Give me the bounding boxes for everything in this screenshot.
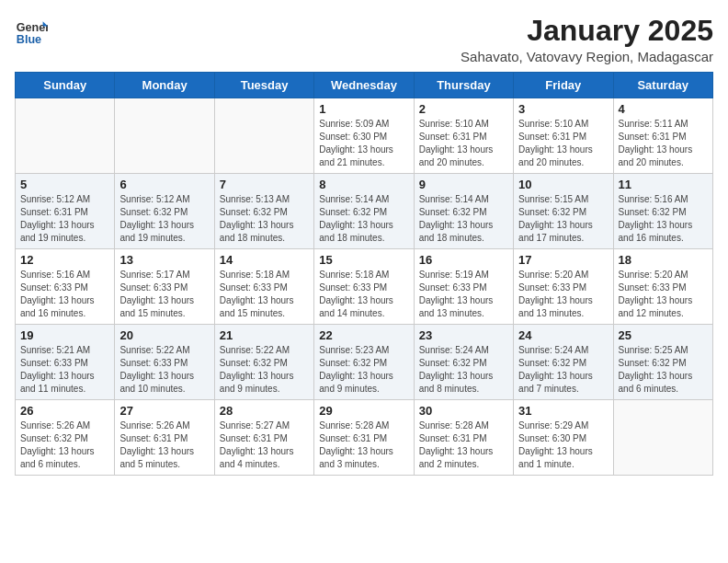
calendar-week-row: 12Sunrise: 5:16 AM Sunset: 6:33 PM Dayli… xyxy=(16,249,713,325)
day-number: 29 xyxy=(319,404,408,418)
calendar-cell: 10Sunrise: 5:15 AM Sunset: 6:32 PM Dayli… xyxy=(514,174,613,249)
day-number: 14 xyxy=(220,253,309,267)
day-info: Sunrise: 5:27 AM Sunset: 6:31 PM Dayligh… xyxy=(220,419,309,471)
day-number: 28 xyxy=(220,404,309,418)
day-number: 13 xyxy=(119,253,209,267)
day-number: 8 xyxy=(319,178,408,191)
calendar-cell: 2Sunrise: 5:10 AM Sunset: 6:31 PM Daylig… xyxy=(414,98,513,174)
calendar-cell: 7Sunrise: 5:13 AM Sunset: 6:32 PM Daylig… xyxy=(214,174,313,249)
weekday-header-saturday: Saturday xyxy=(613,73,712,98)
day-number: 25 xyxy=(619,328,708,342)
day-info: Sunrise: 5:11 AM Sunset: 6:31 PM Dayligh… xyxy=(619,118,708,169)
logo: General Blue xyxy=(15,15,48,48)
day-number: 18 xyxy=(619,253,708,267)
calendar-cell: 4Sunrise: 5:11 AM Sunset: 6:31 PM Daylig… xyxy=(613,98,712,174)
day-number: 17 xyxy=(518,253,608,267)
day-info: Sunrise: 5:12 AM Sunset: 6:31 PM Dayligh… xyxy=(20,193,109,245)
day-number: 31 xyxy=(518,404,608,418)
day-number: 20 xyxy=(119,328,209,342)
day-info: Sunrise: 5:17 AM Sunset: 6:33 PM Dayligh… xyxy=(119,269,209,320)
day-number: 24 xyxy=(518,328,608,342)
logo-icon: General Blue xyxy=(15,15,48,48)
calendar-cell: 20Sunrise: 5:22 AM Sunset: 6:33 PM Dayli… xyxy=(115,325,214,400)
day-info: Sunrise: 5:14 AM Sunset: 6:32 PM Dayligh… xyxy=(319,193,408,245)
day-info: Sunrise: 5:12 AM Sunset: 6:32 PM Dayligh… xyxy=(119,193,209,245)
day-info: Sunrise: 5:22 AM Sunset: 6:32 PM Dayligh… xyxy=(220,344,309,396)
day-info: Sunrise: 5:21 AM Sunset: 6:33 PM Dayligh… xyxy=(20,344,109,396)
calendar-cell: 30Sunrise: 5:28 AM Sunset: 6:31 PM Dayli… xyxy=(414,400,513,476)
calendar-cell: 16Sunrise: 5:19 AM Sunset: 6:33 PM Dayli… xyxy=(414,249,513,325)
calendar-cell: 22Sunrise: 5:23 AM Sunset: 6:32 PM Dayli… xyxy=(314,325,414,400)
calendar-cell: 24Sunrise: 5:24 AM Sunset: 6:32 PM Dayli… xyxy=(514,325,613,400)
calendar-cell: 25Sunrise: 5:25 AM Sunset: 6:32 PM Dayli… xyxy=(613,325,712,400)
day-number: 10 xyxy=(518,178,608,191)
location-subtitle: Sahavato, Vatovavy Region, Madagascar xyxy=(461,49,713,64)
weekday-header-sunday: Sunday xyxy=(16,73,115,98)
calendar-cell: 28Sunrise: 5:27 AM Sunset: 6:31 PM Dayli… xyxy=(214,400,313,476)
day-info: Sunrise: 5:24 AM Sunset: 6:32 PM Dayligh… xyxy=(518,344,608,396)
day-number: 19 xyxy=(20,328,109,342)
day-number: 23 xyxy=(419,328,508,342)
calendar-cell: 26Sunrise: 5:26 AM Sunset: 6:32 PM Dayli… xyxy=(16,400,115,476)
calendar-cell: 8Sunrise: 5:14 AM Sunset: 6:32 PM Daylig… xyxy=(314,174,414,249)
calendar-cell: 19Sunrise: 5:21 AM Sunset: 6:33 PM Dayli… xyxy=(16,325,115,400)
day-info: Sunrise: 5:28 AM Sunset: 6:31 PM Dayligh… xyxy=(319,419,408,471)
calendar-cell: 29Sunrise: 5:28 AM Sunset: 6:31 PM Dayli… xyxy=(314,400,414,476)
day-number: 2 xyxy=(419,102,508,116)
day-info: Sunrise: 5:20 AM Sunset: 6:33 PM Dayligh… xyxy=(518,269,608,320)
day-info: Sunrise: 5:25 AM Sunset: 6:32 PM Dayligh… xyxy=(619,344,708,396)
calendar-cell: 1Sunrise: 5:09 AM Sunset: 6:30 PM Daylig… xyxy=(314,98,414,174)
day-number: 30 xyxy=(419,404,508,418)
calendar-cell: 23Sunrise: 5:24 AM Sunset: 6:32 PM Dayli… xyxy=(414,325,513,400)
day-number: 21 xyxy=(220,328,309,342)
day-number: 3 xyxy=(518,102,608,116)
day-number: 7 xyxy=(220,178,309,191)
weekday-header-row: SundayMondayTuesdayWednesdayThursdayFrid… xyxy=(16,73,713,98)
calendar-cell: 13Sunrise: 5:17 AM Sunset: 6:33 PM Dayli… xyxy=(115,249,214,325)
day-number: 6 xyxy=(119,178,209,191)
day-info: Sunrise: 5:18 AM Sunset: 6:33 PM Dayligh… xyxy=(319,269,408,320)
calendar-week-row: 5Sunrise: 5:12 AM Sunset: 6:31 PM Daylig… xyxy=(16,174,713,249)
day-info: Sunrise: 5:16 AM Sunset: 6:33 PM Dayligh… xyxy=(20,269,109,320)
calendar-cell: 11Sunrise: 5:16 AM Sunset: 6:32 PM Dayli… xyxy=(613,174,712,249)
calendar-week-row: 19Sunrise: 5:21 AM Sunset: 6:33 PM Dayli… xyxy=(16,325,713,400)
day-number: 5 xyxy=(20,178,109,191)
day-info: Sunrise: 5:23 AM Sunset: 6:32 PM Dayligh… xyxy=(319,344,408,396)
calendar-cell: 18Sunrise: 5:20 AM Sunset: 6:33 PM Dayli… xyxy=(613,249,712,325)
title-block: January 2025 Sahavato, Vatovavy Region, … xyxy=(461,15,713,64)
weekday-header-monday: Monday xyxy=(115,73,214,98)
day-info: Sunrise: 5:19 AM Sunset: 6:33 PM Dayligh… xyxy=(419,269,508,320)
calendar-cell: 9Sunrise: 5:14 AM Sunset: 6:32 PM Daylig… xyxy=(414,174,513,249)
svg-text:Blue: Blue xyxy=(17,33,41,46)
day-number: 27 xyxy=(119,404,209,418)
calendar-table: SundayMondayTuesdayWednesdayThursdayFrid… xyxy=(15,72,713,476)
day-info: Sunrise: 5:26 AM Sunset: 6:31 PM Dayligh… xyxy=(119,419,209,471)
day-info: Sunrise: 5:10 AM Sunset: 6:31 PM Dayligh… xyxy=(419,118,508,169)
day-number: 11 xyxy=(619,178,708,191)
day-info: Sunrise: 5:15 AM Sunset: 6:32 PM Dayligh… xyxy=(518,193,608,245)
day-number: 16 xyxy=(419,253,508,267)
weekday-header-friday: Friday xyxy=(514,73,613,98)
day-number: 26 xyxy=(20,404,109,418)
day-info: Sunrise: 5:18 AM Sunset: 6:33 PM Dayligh… xyxy=(220,269,309,320)
day-number: 4 xyxy=(619,102,708,116)
weekday-header-thursday: Thursday xyxy=(414,73,513,98)
calendar-cell: 27Sunrise: 5:26 AM Sunset: 6:31 PM Dayli… xyxy=(115,400,214,476)
day-info: Sunrise: 5:14 AM Sunset: 6:32 PM Dayligh… xyxy=(419,193,508,245)
day-number: 22 xyxy=(319,328,408,342)
day-info: Sunrise: 5:24 AM Sunset: 6:32 PM Dayligh… xyxy=(419,344,508,396)
day-info: Sunrise: 5:26 AM Sunset: 6:32 PM Dayligh… xyxy=(20,419,109,471)
day-info: Sunrise: 5:20 AM Sunset: 6:33 PM Dayligh… xyxy=(619,269,708,320)
day-info: Sunrise: 5:10 AM Sunset: 6:31 PM Dayligh… xyxy=(518,118,608,169)
calendar-cell xyxy=(16,98,115,174)
calendar-cell: 3Sunrise: 5:10 AM Sunset: 6:31 PM Daylig… xyxy=(514,98,613,174)
calendar-week-row: 26Sunrise: 5:26 AM Sunset: 6:32 PM Dayli… xyxy=(16,400,713,476)
calendar-cell: 15Sunrise: 5:18 AM Sunset: 6:33 PM Dayli… xyxy=(314,249,414,325)
calendar-cell: 21Sunrise: 5:22 AM Sunset: 6:32 PM Dayli… xyxy=(214,325,313,400)
day-info: Sunrise: 5:28 AM Sunset: 6:31 PM Dayligh… xyxy=(419,419,508,471)
calendar-cell: 31Sunrise: 5:29 AM Sunset: 6:30 PM Dayli… xyxy=(514,400,613,476)
weekday-header-wednesday: Wednesday xyxy=(314,73,414,98)
day-number: 1 xyxy=(319,102,408,116)
day-info: Sunrise: 5:09 AM Sunset: 6:30 PM Dayligh… xyxy=(319,118,408,169)
day-info: Sunrise: 5:16 AM Sunset: 6:32 PM Dayligh… xyxy=(619,193,708,245)
